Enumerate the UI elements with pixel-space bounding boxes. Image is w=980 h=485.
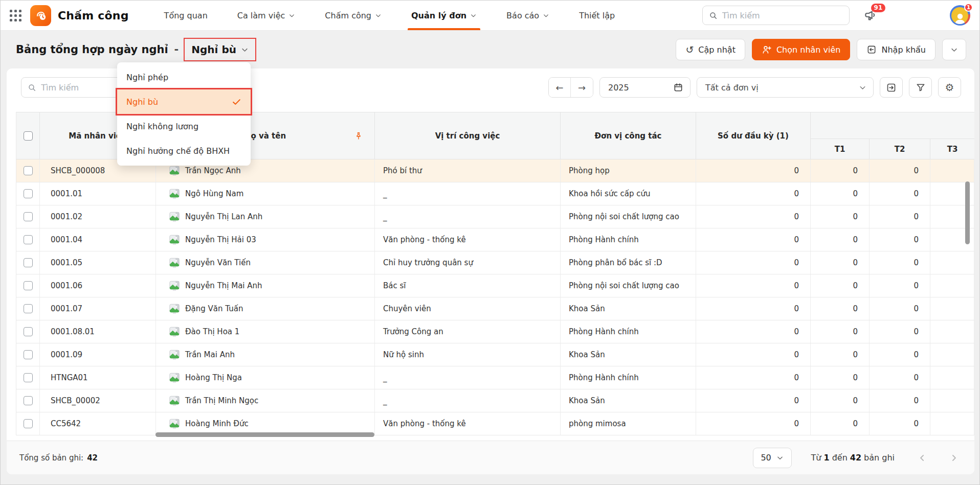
col-header-month[interactable]: T3 — [930, 139, 974, 159]
table-row[interactable]: HTNGA01 Hoàng Thị Nga _ Phòng Hành chính — [16, 366, 974, 389]
export-icon — [886, 82, 897, 93]
user-avatar[interactable]: 1 — [950, 5, 970, 26]
cell-t3 — [930, 297, 974, 320]
unit-filter-select[interactable]: Tất cả đơn vị — [697, 77, 874, 98]
cell-employee-code: 0001.07 — [40, 297, 156, 320]
settings-button[interactable]: ⚙ — [938, 77, 961, 98]
update-button[interactable]: ↺ Cập nhật — [676, 39, 745, 60]
table-row[interactable]: 0001.01 Ngô Hùng Nam _ Khoa hồi sức cấp … — [16, 182, 974, 205]
app-logo-icon[interactable] — [30, 5, 51, 26]
cell-position: Chuyên viên — [375, 297, 561, 320]
vertical-scrollbar[interactable] — [965, 181, 970, 244]
search-icon — [709, 11, 718, 20]
prev-year-button[interactable]: ← — [549, 78, 571, 97]
row-checkbox[interactable] — [24, 281, 33, 290]
nav-item-label: Báo cáo — [506, 11, 539, 20]
global-search-input[interactable] — [722, 11, 843, 20]
chevron-down-icon — [950, 46, 958, 54]
col-header-month[interactable]: T2 — [870, 139, 930, 159]
table-row[interactable]: SHCB_00002 Trần Thị Minh Ngọc _ Khoa Sản — [16, 389, 974, 412]
leave-type-option[interactable]: Nghỉ hưởng chế độ BHXH — [117, 138, 251, 163]
row-checkbox[interactable] — [24, 350, 33, 359]
leave-type-selector[interactable]: Nghỉ bù — [184, 38, 256, 61]
pin-icon[interactable] — [354, 131, 363, 141]
cell-t1: 0 — [811, 182, 870, 205]
col-header-balance[interactable]: Số dư đầu kỳ (1) — [696, 112, 811, 159]
leave-type-option[interactable]: Nghỉ không lương — [117, 114, 251, 138]
next-page-icon[interactable] — [949, 453, 959, 463]
choose-employee-button[interactable]: Chọn nhân viên — [752, 39, 851, 60]
prev-page-icon[interactable] — [917, 453, 927, 463]
cell-unit: Phòng họp — [561, 159, 696, 182]
cell-employee-name: Trần Ngọc Anh — [185, 166, 241, 175]
page-size-select[interactable]: 50 — [753, 448, 792, 468]
cell-employee-code: 0001.01 — [40, 182, 156, 205]
import-icon — [866, 44, 877, 55]
table-row[interactable]: 0001.09 Trần Mai Anh Nữ hộ sinh Khoa Sản — [16, 343, 974, 366]
next-year-button[interactable]: → — [571, 78, 593, 97]
nav-item[interactable]: Ca làm việc — [222, 1, 310, 30]
notification-badge: 91 — [871, 4, 886, 12]
app-grid-icon[interactable] — [10, 10, 21, 21]
nav-item[interactable]: Báo cáo — [492, 1, 564, 30]
col-header-month[interactable]: T1 — [811, 139, 870, 159]
row-checkbox[interactable] — [24, 396, 33, 405]
col-header-unit[interactable]: Đơn vị công tác — [561, 112, 696, 159]
nav-item[interactable]: Thiết lập — [564, 1, 630, 30]
col-header-position[interactable]: Vị trí công việc — [375, 112, 561, 159]
row-checkbox[interactable] — [24, 373, 33, 382]
table-row[interactable]: 0001.08.01 Đào Thị Hoa 1 Trưởng Công an … — [16, 320, 974, 343]
global-search[interactable] — [702, 6, 850, 25]
table-row[interactable]: 0001.04 Nguyễn Thị Hải 03 Văn phòng - th… — [16, 228, 974, 251]
row-checkbox[interactable] — [24, 166, 33, 175]
table-row[interactable]: 0001.07 Đặng Văn Tuấn Chuyên viên Khoa S… — [16, 297, 974, 320]
cell-employee-name: Nguyễn Văn Tiến — [185, 258, 251, 267]
announcement-button[interactable]: 91 — [864, 9, 878, 22]
cell-unit: Khoa hồi sức cấp cứu — [561, 182, 696, 205]
cell-t3 — [930, 412, 974, 435]
row-checkbox[interactable] — [24, 419, 33, 428]
cell-balance: 0 — [696, 205, 811, 228]
row-checkbox[interactable] — [24, 189, 33, 198]
row-checkbox[interactable] — [24, 327, 33, 336]
horizontal-scrollbar[interactable] — [155, 432, 374, 437]
table-row[interactable]: 0001.02 Nguyễn Thị Lan Anh _ Phòng nội s… — [16, 205, 974, 228]
cell-balance: 0 — [696, 343, 811, 366]
export-button[interactable] — [880, 77, 903, 98]
row-checkbox[interactable] — [24, 304, 33, 313]
table-body: SHCB_000008 Trần Ngọc Anh Phó bí thư Phò… — [16, 159, 974, 435]
import-button[interactable]: Nhập khẩu — [857, 39, 936, 60]
leave-type-selected: Nghỉ bù — [191, 43, 236, 56]
more-actions-button[interactable] — [942, 39, 966, 60]
table-row[interactable]: 0001.06 Nguyễn Thị Mai Anh Bác sĩ Phòng … — [16, 274, 974, 297]
cell-balance: 0 — [696, 366, 811, 389]
nav-item[interactable]: Chấm công — [310, 1, 396, 30]
nav-item[interactable]: Tổng quan — [149, 1, 222, 30]
cell-employee-code: 0001.09 — [40, 343, 156, 366]
table-row[interactable]: 0001.05 Nguyễn Văn Tiến Chỉ huy trưởng q… — [16, 251, 974, 274]
nav-item[interactable]: Quản lý đơn — [396, 1, 492, 30]
cell-t2: 0 — [870, 343, 930, 366]
check-icon — [232, 97, 241, 107]
cell-balance: 0 — [696, 320, 811, 343]
row-checkbox[interactable] — [24, 258, 33, 267]
avatar-placeholder-icon — [169, 395, 180, 406]
cell-employee-code: 0001.06 — [40, 274, 156, 297]
cell-t3 — [930, 320, 974, 343]
row-checkbox[interactable] — [24, 212, 33, 221]
cell-t3 — [930, 389, 974, 412]
title-separator: - — [174, 43, 179, 56]
table-footer: Tổng số bản ghi: 42 50 Từ1đến42bản ghi — [7, 441, 974, 474]
row-checkbox[interactable] — [24, 235, 33, 244]
chevron-down-icon — [543, 12, 549, 19]
cell-position: Văn phòng - thống kê — [375, 412, 561, 435]
select-all-checkbox[interactable] — [24, 131, 33, 141]
year-picker[interactable]: 2025 — [599, 77, 691, 98]
avatar-placeholder-icon — [169, 418, 180, 429]
leave-type-option[interactable]: Nghỉ phép — [117, 65, 251, 89]
cell-position: _ — [375, 389, 561, 412]
filter-button[interactable] — [909, 77, 932, 98]
topbar: Chấm công Tổng quan Ca làm việc Chấm côn… — [1, 1, 979, 31]
leave-type-option[interactable]: Nghỉ bù — [117, 89, 251, 114]
avatar-placeholder-icon — [169, 188, 180, 199]
